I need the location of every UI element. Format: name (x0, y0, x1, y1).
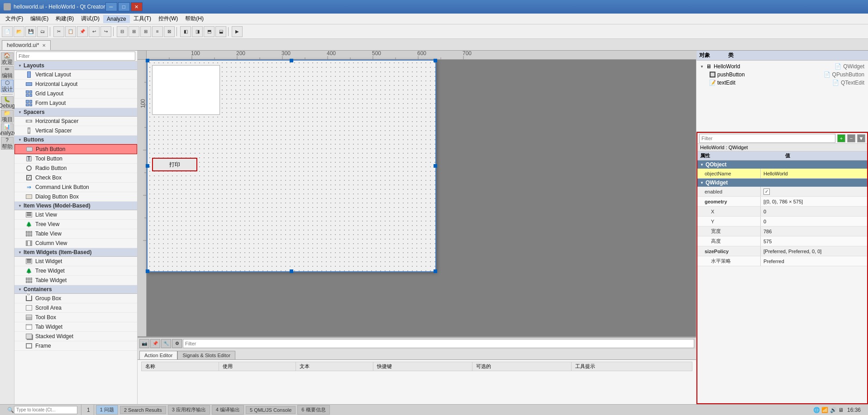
handle-mr[interactable] (434, 164, 437, 168)
status-tab-search[interactable]: 2 Search Results (120, 406, 166, 414)
widget-tree-view[interactable]: 🌲 Tree View (14, 220, 137, 229)
prop-val-height[interactable]: 575 (761, 236, 867, 246)
minimize-button[interactable]: ─ (105, 2, 117, 11)
widget-table-view[interactable]: Table View (14, 229, 137, 239)
prop-val-hpolicy[interactable]: Preferred (761, 256, 867, 266)
toolbar-layout-grid[interactable]: ⊞ (140, 26, 151, 37)
handle-bc[interactable] (290, 269, 293, 273)
prop-val-geometry[interactable]: [(0, 0), 786 × 575] (761, 197, 867, 206)
status-tab-compile[interactable]: 4 编译输出 (212, 405, 244, 415)
widget-tool-button[interactable]: T Tool Button (14, 154, 137, 164)
toolbar-save[interactable]: 💾 (25, 26, 36, 37)
category-layouts[interactable]: ▼ Layouts (14, 61, 137, 70)
prop-group-qobject[interactable]: ▼ QObject (697, 160, 867, 169)
canvas-container[interactable]: 100 200 300 400 500 (138, 51, 696, 336)
toolbar-align-top[interactable]: ⬒ (204, 26, 215, 37)
menu-tools[interactable]: 工具(T) (130, 14, 155, 24)
obj-tree-textedit[interactable]: 📝 textEdit 📄 QTextEdit (698, 79, 866, 87)
close-button[interactable]: ✕ (131, 2, 143, 11)
toolbar-save-all[interactable]: 🗂 (37, 26, 48, 37)
status-tab-qml[interactable]: 5 QML/JS Console (246, 406, 296, 414)
toolbar-paste[interactable]: 📌 (77, 26, 88, 37)
maximize-button[interactable]: □ (118, 2, 130, 11)
toolbar-redo[interactable]: ↪ (100, 26, 111, 37)
prop-val-x[interactable]: 0 (761, 207, 867, 216)
handle-br[interactable] (434, 269, 437, 273)
widget-cmd-link-btn[interactable]: ⇒ Command Link Button (14, 183, 137, 192)
toolbar-layout-form[interactable]: ≡ (152, 26, 163, 37)
locate-input[interactable] (14, 406, 77, 414)
widget-group-box[interactable]: Group Box (14, 294, 137, 303)
widget-table-widget[interactable]: Table Widget (14, 276, 137, 285)
widget-list-view[interactable]: List View (14, 210, 137, 220)
prop-add-btn[interactable]: + (837, 134, 845, 142)
prop-group-qwidget[interactable]: ▼ QWidget (697, 179, 867, 187)
widget-stacked-widget[interactable]: Stacked Widget (14, 332, 137, 341)
obj-tree-pushbutton[interactable]: 🔲 pushButton 📄 QPushButton (698, 71, 866, 79)
prop-opts-btn[interactable]: ▼ (857, 134, 865, 142)
tab-action-editor[interactable]: Action Editor (139, 351, 177, 359)
canvas-push-button[interactable]: 打印 (152, 158, 197, 171)
toolbar-new[interactable]: 📄 (2, 26, 13, 37)
prop-val-enabled[interactable]: ✓ (761, 187, 867, 196)
toolbar-open[interactable]: 📂 (14, 26, 24, 37)
lt-design[interactable]: ⬡ 设计 (1, 80, 14, 92)
toolbar-cut[interactable]: ✂ (53, 26, 64, 37)
category-buttons[interactable]: ▼ Buttons (14, 136, 137, 144)
category-item-widgets[interactable]: ▼ Item Widgets (Item-Based) (14, 248, 137, 257)
widget-horizontal-layout[interactable]: Horizontal Layout (14, 80, 137, 89)
toolbar-undo[interactable]: ↩ (89, 26, 100, 37)
handle-tc[interactable] (290, 59, 293, 62)
tab-helloworld-ui[interactable]: helloworld.ui* ✕ (2, 40, 51, 50)
menu-widgets[interactable]: 控件(W) (155, 14, 181, 24)
tab-close-helloworld[interactable]: ✕ (42, 43, 46, 48)
enabled-checkbox[interactable]: ✓ (763, 189, 770, 195)
action-opts-btn[interactable]: ⚙ (172, 339, 182, 348)
category-spacers[interactable]: ▼ Spacers (14, 108, 137, 117)
widget-dialog-btn-box[interactable]: Dialog Button Box (14, 192, 137, 202)
action-del-btn[interactable]: 📌 (150, 339, 160, 348)
handle-bl[interactable] (146, 269, 149, 273)
widget-push-button[interactable]: Push Button (14, 144, 137, 154)
prop-minus-btn[interactable]: − (847, 134, 855, 142)
toolbar-align-bottom[interactable]: ⬓ (215, 26, 226, 37)
status-tab-issues[interactable]: 1 问题 (96, 405, 118, 415)
widget-scroll-area[interactable]: Scroll Area (14, 303, 137, 313)
menu-help[interactable]: 帮助(H) (181, 14, 207, 24)
toolbar-break[interactable]: ⊠ (164, 26, 175, 37)
status-tab-app-output[interactable]: 3 应用程序输出 (168, 405, 210, 415)
toolbar-preview[interactable]: ▶ (232, 26, 243, 37)
widget-tool-box[interactable]: Tool Box (14, 313, 137, 322)
action-filter-input[interactable] (183, 339, 694, 348)
lt-analyze[interactable]: 📊 Analyze (1, 123, 14, 136)
prop-filter-input[interactable] (699, 134, 835, 143)
widget-grid-layout[interactable]: Grid Layout (14, 89, 137, 99)
status-tab-summary[interactable]: 6 概要信息 (297, 405, 329, 415)
widget-tab-widget[interactable]: Tab Widget (14, 322, 137, 332)
widget-list-widget[interactable]: List Widget (14, 257, 137, 266)
handle-tr[interactable] (434, 59, 437, 62)
widget-h-spacer[interactable]: Horizontal Spacer (14, 117, 137, 126)
action-edit-btn[interactable]: 🔧 (161, 339, 171, 348)
lt-projects[interactable]: 📁 项目 (1, 110, 14, 123)
design-canvas[interactable]: 打印 (147, 60, 436, 272)
widget-filter-input[interactable] (16, 52, 135, 61)
tab-signals-slots[interactable]: Signals & Slots Editor (177, 351, 235, 359)
prop-val-sizepolicy[interactable]: [Preferred, Preferred, 0, 0] (761, 246, 867, 256)
lt-debug[interactable]: 🐛 Debug (1, 96, 14, 109)
menu-debug[interactable]: 调试(D) (77, 14, 103, 24)
widget-tree-widget[interactable]: 🌲 Tree Widget (14, 266, 137, 276)
widget-radio-button[interactable]: Radio Button (14, 164, 137, 173)
lt-edit[interactable]: ✏ 编辑 (1, 66, 14, 79)
widget-vertical-layout[interactable]: Vertical Layout (14, 70, 137, 80)
lt-welcome[interactable]: 🏠 欢迎 (1, 52, 14, 65)
toolbar-layout-h[interactable]: ⊟ (117, 26, 128, 37)
widget-frame[interactable]: Frame (14, 341, 137, 351)
toolbar-align-left[interactable]: ◧ (180, 26, 191, 37)
widget-form-layout[interactable]: Form Layout (14, 99, 137, 108)
text-edit-widget[interactable] (152, 65, 220, 115)
design-canvas-wrapper[interactable]: 打印 (147, 60, 436, 272)
action-add-btn[interactable]: 📷 (139, 339, 149, 348)
toolbar-layout-v[interactable]: ⊞ (129, 26, 139, 37)
menu-edit[interactable]: 编辑(E) (27, 14, 52, 24)
